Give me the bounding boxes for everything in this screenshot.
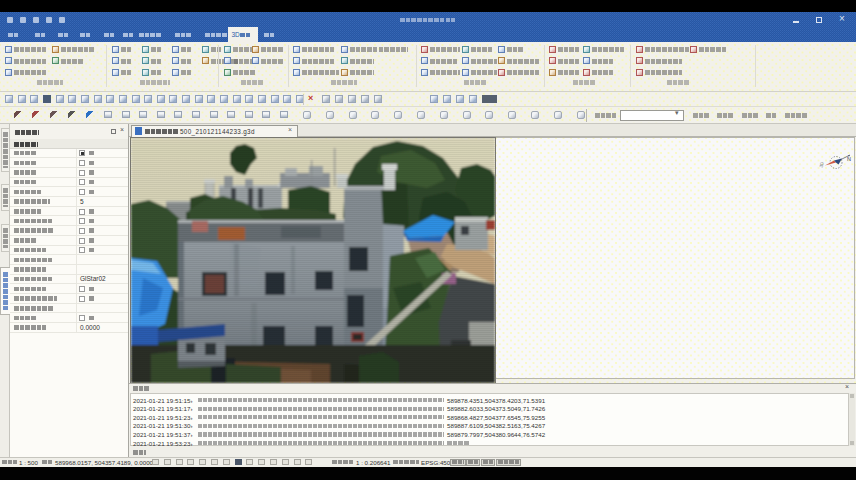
svg-text:3D: 3D [819,161,825,168]
svg-text:N: N [847,156,851,162]
